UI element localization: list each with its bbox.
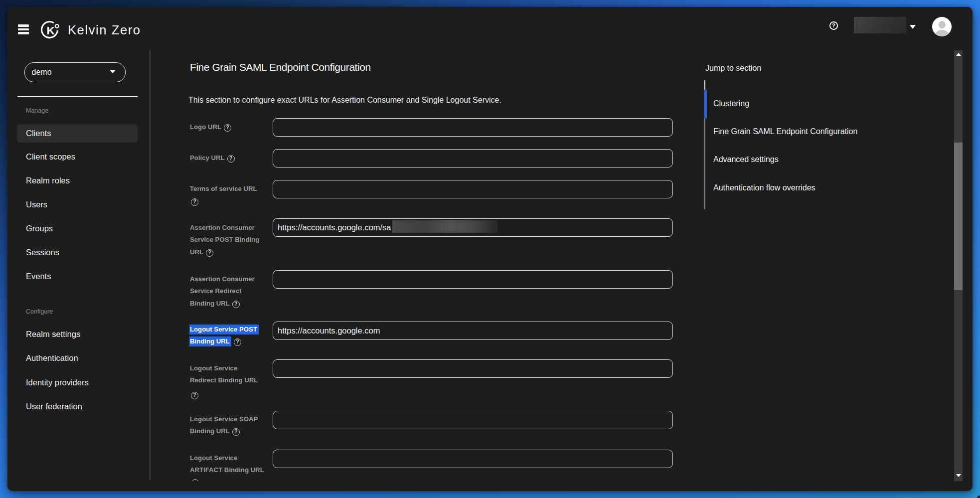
svg-text:K: K xyxy=(47,24,55,37)
